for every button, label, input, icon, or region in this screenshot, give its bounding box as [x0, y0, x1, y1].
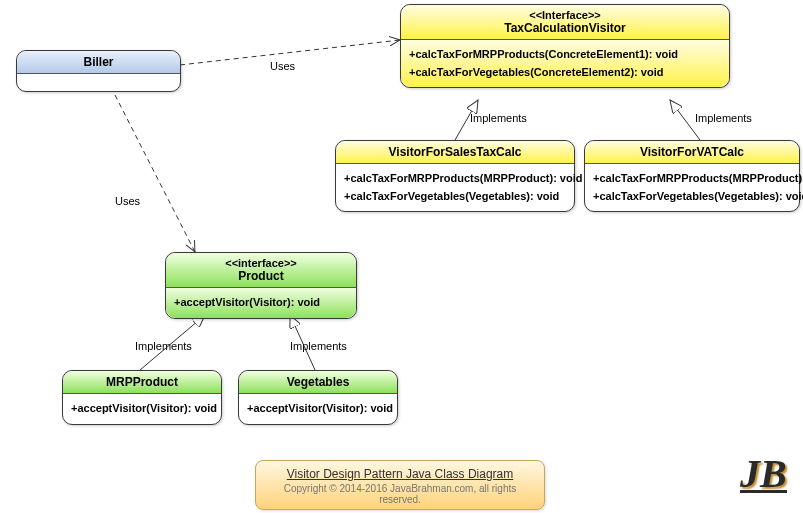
class-veg: Vegetables +acceptVisitor(Visitor): void	[238, 370, 398, 425]
method: +acceptVisitor(Visitor): void	[174, 294, 348, 312]
class-sales-tax-body: +calcTaxForMRPProducts(MRPProduct): void…	[336, 163, 574, 211]
label-uses: Uses	[270, 60, 295, 72]
class-biller-body	[17, 73, 180, 91]
interface-tax-visitor-body: +calcTaxForMRPProducts(ConcreteElement1)…	[401, 39, 729, 87]
class-name: Product	[172, 269, 350, 283]
label-implements: Implements	[695, 112, 752, 124]
class-vat-body: +calcTaxForMRPProducts(MRPProduct): void…	[585, 163, 799, 211]
class-veg-head: Vegetables	[239, 371, 397, 393]
label-implements: Implements	[290, 340, 347, 352]
method: +calcTaxForVegetables(Vegetables): void	[344, 188, 566, 206]
method: +calcTaxForMRPProducts(MRPProduct): void	[593, 170, 791, 188]
label-uses: Uses	[115, 195, 140, 207]
stereotype: <<interface>>	[172, 257, 350, 269]
label-implements: Implements	[135, 340, 192, 352]
class-name: TaxCalculationVisitor	[407, 21, 723, 35]
method: +acceptVisitor(Visitor): void	[247, 400, 389, 418]
interface-tax-visitor: <<Interface>> TaxCalculationVisitor +cal…	[400, 4, 730, 88]
diagram-title-box: Visitor Design Pattern Java Class Diagra…	[255, 460, 545, 510]
class-biller-head: Biller	[17, 51, 180, 73]
class-sales-tax-head: VisitorForSalesTaxCalc	[336, 141, 574, 163]
method: +calcTaxForMRPProducts(ConcreteElement1)…	[409, 46, 721, 64]
class-vat-head: VisitorForVATCalc	[585, 141, 799, 163]
logo: JB	[740, 450, 787, 497]
class-mrp-head: MRPProduct	[63, 371, 221, 393]
diagram-title: Visitor Design Pattern Java Class Diagra…	[276, 467, 524, 481]
stereotype: <<Interface>>	[407, 9, 723, 21]
interface-product-body: +acceptVisitor(Visitor): void	[166, 287, 356, 318]
class-mrp-body: +acceptVisitor(Visitor): void	[63, 393, 221, 424]
logo-text: JB	[740, 458, 787, 493]
class-vat: VisitorForVATCalc +calcTaxForMRPProducts…	[584, 140, 800, 212]
copyright: Copyright © 2014-2016 JavaBrahman.com, a…	[276, 483, 524, 505]
method: +calcTaxForMRPProducts(MRPProduct): void	[344, 170, 566, 188]
interface-tax-visitor-head: <<Interface>> TaxCalculationVisitor	[401, 5, 729, 39]
interface-product: <<interface>> Product +acceptVisitor(Vis…	[165, 252, 357, 319]
interface-product-head: <<interface>> Product	[166, 253, 356, 287]
class-veg-body: +acceptVisitor(Visitor): void	[239, 393, 397, 424]
label-implements: Implements	[470, 112, 527, 124]
class-sales-tax: VisitorForSalesTaxCalc +calcTaxForMRPPro…	[335, 140, 575, 212]
method: +calcTaxForVegetables(Vegetables): void	[593, 188, 791, 206]
class-mrp: MRPProduct +acceptVisitor(Visitor): void	[62, 370, 222, 425]
class-biller: Biller	[16, 50, 181, 92]
method: +acceptVisitor(Visitor): void	[71, 400, 213, 418]
method: +calcTaxForVegetables(ConcreteElement2):…	[409, 64, 721, 82]
